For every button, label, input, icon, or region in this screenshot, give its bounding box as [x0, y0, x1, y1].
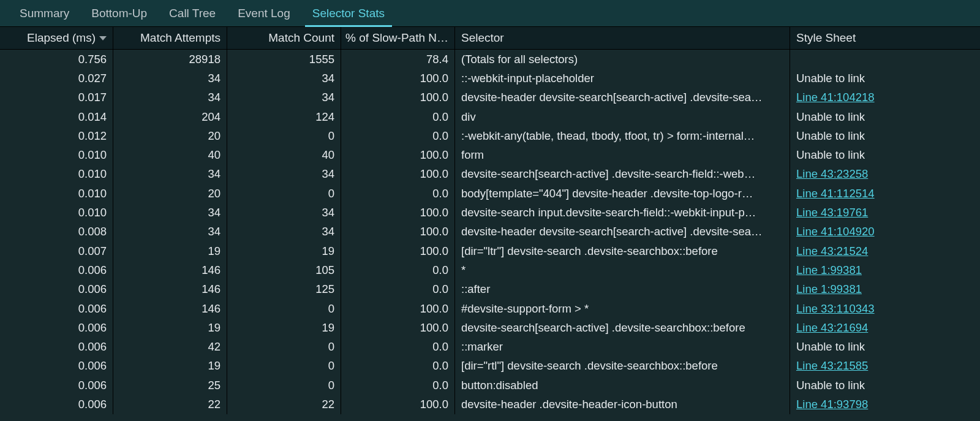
style-sheet-link[interactable]: Line 33:110343	[796, 302, 875, 316]
col-header-elapsed-label: Elapsed (ms)	[27, 31, 96, 45]
col-header-slow[interactable]: % of Slow-Path N…	[341, 27, 455, 49]
col-header-sheet[interactable]: Style Sheet	[790, 27, 977, 49]
cell-attempts: 19	[113, 318, 227, 337]
cell-count: 40	[227, 145, 341, 164]
table-row[interactable]: 0.0061919100.0devsite-search[search-acti…	[0, 318, 980, 337]
cell-attempts: 20	[113, 126, 227, 145]
style-sheet-link[interactable]: Line 41:104218	[796, 91, 875, 104]
cell-slow: 100.0	[341, 222, 455, 241]
table-row[interactable]: 0.75628918155578.4(Totals for all select…	[0, 50, 980, 69]
table-row[interactable]: 0.0103434100.0devsite-search[search-acti…	[0, 165, 980, 184]
table-row[interactable]: 0.0173434100.0devsite-header devsite-sea…	[0, 88, 980, 107]
cell-attempts: 34	[113, 165, 227, 184]
cell-elapsed: 0.008	[0, 222, 113, 241]
sort-descending-icon	[99, 36, 107, 40]
cell-attempts: 19	[113, 357, 227, 376]
cell-selector: body[template="404"] devsite-header .dev…	[455, 184, 790, 203]
cell-slow: 0.0	[341, 357, 455, 376]
cell-attempts: 146	[113, 299, 227, 318]
style-sheet-link[interactable]: Line 43:21694	[796, 321, 868, 335]
table-row[interactable]: 0.0061900.0[dir="rtl"] devsite-search .d…	[0, 357, 980, 376]
cell-style-sheet: Line 41:112514	[790, 184, 977, 203]
cell-slow: 100.0	[341, 318, 455, 337]
cell-style-sheet: Line 33:110343	[790, 299, 977, 318]
cell-elapsed: 0.006	[0, 376, 113, 395]
style-sheet-link[interactable]: Line 43:21585	[796, 359, 868, 373]
style-sheet-link[interactable]: Line 1:99381	[796, 283, 862, 296]
cell-slow: 100.0	[341, 145, 455, 164]
cell-style-sheet: Unable to link	[790, 107, 977, 126]
table-row[interactable]: 0.0071919100.0[dir="ltr"] devsite-search…	[0, 241, 980, 260]
cell-elapsed: 0.006	[0, 337, 113, 356]
cell-count: 124	[227, 107, 341, 126]
tab-selector-stats[interactable]: Selector Stats	[301, 1, 396, 26]
table-body: 0.75628918155578.4(Totals for all select…	[0, 50, 980, 414]
cell-elapsed: 0.006	[0, 260, 113, 279]
col-header-selector[interactable]: Selector	[455, 27, 790, 49]
table-row[interactable]: 0.0062222100.0devsite-header .devsite-he…	[0, 395, 980, 414]
table-row[interactable]: 0.0104040100.0formUnable to link	[0, 145, 980, 164]
tab-bottom-up[interactable]: Bottom-Up	[80, 1, 158, 26]
cell-slow: 100.0	[341, 203, 455, 222]
cell-elapsed: 0.010	[0, 145, 113, 164]
cell-slow: 100.0	[341, 241, 455, 260]
cell-slow: 0.0	[341, 126, 455, 145]
cell-count: 0	[227, 357, 341, 376]
cell-attempts: 34	[113, 69, 227, 88]
cell-attempts: 34	[113, 88, 227, 107]
style-sheet-link[interactable]: Line 41:93798	[796, 398, 868, 411]
cell-elapsed: 0.010	[0, 165, 113, 184]
cell-slow: 100.0	[341, 299, 455, 318]
cell-style-sheet: Line 1:99381	[790, 280, 977, 299]
table-row[interactable]: 0.0083434100.0devsite-header devsite-sea…	[0, 222, 980, 241]
cell-elapsed: 0.756	[0, 50, 113, 69]
cell-count: 0	[227, 126, 341, 145]
table-row[interactable]: 0.0102000.0body[template="404"] devsite-…	[0, 184, 980, 203]
table-row[interactable]: 0.0061460100.0#devsite-support-form > *L…	[0, 299, 980, 318]
style-sheet-link[interactable]: Line 43:21524	[796, 245, 868, 258]
tab-event-log[interactable]: Event Log	[227, 1, 301, 26]
style-sheet-unable: Unable to link	[796, 148, 865, 162]
cell-style-sheet: Line 43:21524	[790, 241, 977, 260]
col-header-attempts[interactable]: Match Attempts	[113, 27, 227, 49]
cell-count: 105	[227, 260, 341, 279]
cell-count: 34	[227, 222, 341, 241]
cell-selector: (Totals for all selectors)	[455, 50, 790, 69]
cell-count: 34	[227, 203, 341, 222]
cell-slow: 0.0	[341, 376, 455, 395]
style-sheet-link[interactable]: Line 41:104920	[796, 225, 875, 238]
col-header-count[interactable]: Match Count	[227, 27, 341, 49]
cell-attempts: 20	[113, 184, 227, 203]
cell-selector: ::-webkit-input-placeholder	[455, 69, 790, 88]
cell-selector: #devsite-support-form > *	[455, 299, 790, 318]
style-sheet-unable: Unable to link	[796, 72, 865, 85]
table-row[interactable]: 0.0122000.0:-webkit-any(table, thead, tb…	[0, 126, 980, 145]
table-row[interactable]: 0.0061461250.0::afterLine 1:99381	[0, 280, 980, 299]
cell-elapsed: 0.006	[0, 299, 113, 318]
tab-summary[interactable]: Summary	[9, 1, 80, 26]
cell-selector: devsite-header devsite-search[search-act…	[455, 88, 790, 107]
cell-attempts: 146	[113, 260, 227, 279]
cell-selector: button:disabled	[455, 376, 790, 395]
cell-style-sheet: Unable to link	[790, 376, 977, 395]
table-row[interactable]: 0.0273434100.0::-webkit-input-placeholde…	[0, 69, 980, 88]
cell-selector: devsite-header .devsite-header-icon-butt…	[455, 395, 790, 414]
style-sheet-link[interactable]: Line 1:99381	[796, 264, 862, 277]
table-row[interactable]: 0.0061461050.0*Line 1:99381	[0, 260, 980, 279]
table-row[interactable]: 0.0142041240.0divUnable to link	[0, 107, 980, 126]
style-sheet-link[interactable]: Line 43:23258	[796, 167, 868, 181]
style-sheet-unable: Unable to link	[796, 379, 865, 392]
cell-count: 34	[227, 88, 341, 107]
table-row[interactable]: 0.0103434100.0devsite-search input.devsi…	[0, 203, 980, 222]
tab-call-tree[interactable]: Call Tree	[158, 1, 227, 26]
cell-style-sheet: Unable to link	[790, 69, 977, 88]
cell-slow: 100.0	[341, 395, 455, 414]
col-header-elapsed[interactable]: Elapsed (ms)	[0, 27, 113, 49]
cell-selector: devsite-search[search-active] .devsite-s…	[455, 165, 790, 184]
cell-count: 0	[227, 376, 341, 395]
table-row[interactable]: 0.0062500.0button:disabledUnable to link	[0, 376, 980, 395]
style-sheet-link[interactable]: Line 41:112514	[796, 187, 875, 200]
table-row[interactable]: 0.0064200.0::markerUnable to link	[0, 337, 980, 356]
cell-elapsed: 0.006	[0, 395, 113, 414]
style-sheet-link[interactable]: Line 43:19761	[796, 206, 868, 219]
